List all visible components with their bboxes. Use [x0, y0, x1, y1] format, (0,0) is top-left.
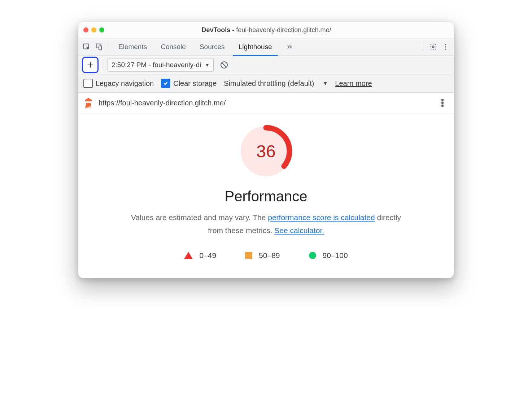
svg-point-5	[445, 46, 446, 47]
performance-description: Values are estimated and may vary. The p…	[125, 211, 407, 237]
legend-average: 50–89	[245, 251, 280, 260]
lighthouse-subbar: 2:50:27 PM - foul-heavenly-di ▼	[78, 56, 454, 74]
minimize-icon[interactable]	[91, 27, 96, 32]
lighthouse-options: Legacy navigation Clear storage Simulate…	[78, 74, 454, 93]
chevron-down-icon: ▼	[323, 80, 328, 86]
devtools-window: DevTools - foul-heavenly-direction.glitc…	[78, 22, 454, 278]
learn-more-link[interactable]: Learn more	[335, 79, 372, 88]
svg-point-12	[442, 99, 444, 101]
window-title: DevTools - foul-heavenly-direction.glitc…	[104, 26, 428, 34]
legend-good: 90–100	[309, 251, 348, 260]
svg-point-4	[445, 44, 446, 45]
report-url-bar: https://foul-heavenly-direction.glitch.m…	[78, 93, 454, 113]
svg-marker-8	[85, 98, 92, 101]
svg-rect-9	[86, 101, 91, 103]
legend-average-label: 50–89	[259, 251, 280, 260]
report-select[interactable]: 2:50:27 PM - foul-heavenly-di ▼	[108, 58, 214, 72]
calculator-link[interactable]: See calculator.	[274, 226, 324, 235]
performance-gauge: 36	[239, 124, 293, 178]
maximize-icon[interactable]	[99, 27, 104, 32]
legacy-nav-label: Legacy navigation	[96, 79, 154, 88]
traffic-lights	[83, 27, 104, 32]
close-icon[interactable]	[83, 27, 88, 32]
tab-sources[interactable]: Sources	[194, 38, 231, 56]
legend-poor: 0–49	[184, 251, 216, 260]
score-calc-link[interactable]: performance score is calculated	[268, 213, 375, 222]
tab-elements[interactable]: Elements	[113, 38, 153, 56]
panel-tabs: Elements Console Sources Lighthouse	[113, 38, 299, 56]
clear-reports-icon[interactable]	[218, 59, 230, 71]
inspect-element-icon[interactable]	[80, 41, 93, 53]
new-report-button[interactable]	[82, 57, 99, 73]
square-icon	[245, 252, 252, 259]
lighthouse-icon	[83, 97, 93, 108]
throttling-select[interactable]: Simulated throttling (default) ▼	[224, 79, 328, 88]
legend-poor-label: 0–49	[199, 251, 216, 260]
svg-point-6	[445, 49, 446, 50]
desc-text-1: Values are estimated and may vary. The	[131, 213, 268, 222]
performance-score: 36	[239, 124, 293, 178]
divider	[109, 42, 109, 52]
divider	[103, 59, 103, 71]
checkbox-checked-icon	[161, 79, 170, 88]
legacy-nav-checkbox[interactable]: Legacy navigation	[83, 79, 154, 88]
settings-gear-icon[interactable]	[427, 41, 439, 53]
lighthouse-report: 36 Performance Values are estimated and …	[78, 113, 454, 278]
checkbox-icon	[83, 79, 93, 88]
svg-rect-2	[99, 46, 101, 50]
report-url: https://foul-heavenly-direction.glitch.m…	[99, 99, 226, 107]
clear-storage-checkbox[interactable]: Clear storage	[161, 79, 217, 88]
svg-point-3	[432, 46, 434, 48]
window-title-prefix: DevTools -	[202, 26, 236, 34]
svg-point-14	[442, 105, 444, 107]
more-tabs-icon[interactable]	[280, 38, 299, 56]
more-menu-icon[interactable]	[439, 41, 452, 53]
score-legend: 0–49 50–89 90–100	[93, 251, 439, 260]
circle-icon	[309, 252, 316, 259]
tab-lighthouse[interactable]: Lighthouse	[233, 38, 278, 56]
devtools-toolbar: Elements Console Sources Lighthouse	[78, 38, 454, 56]
report-menu-icon[interactable]	[436, 97, 449, 109]
svg-point-13	[442, 102, 444, 104]
triangle-icon	[184, 252, 193, 259]
device-toggle-icon[interactable]	[93, 41, 105, 53]
chevron-down-icon: ▼	[205, 62, 210, 68]
titlebar: DevTools - foul-heavenly-direction.glitc…	[78, 22, 454, 38]
legend-good-label: 90–100	[323, 251, 348, 260]
clear-storage-label: Clear storage	[173, 79, 217, 88]
performance-heading: Performance	[93, 188, 439, 205]
tab-console[interactable]: Console	[155, 38, 192, 56]
window-title-url: foul-heavenly-direction.glitch.me/	[236, 26, 331, 34]
report-select-label: 2:50:27 PM - foul-heavenly-di	[112, 61, 201, 69]
divider	[423, 42, 423, 52]
throttling-label: Simulated throttling (default)	[224, 79, 314, 88]
